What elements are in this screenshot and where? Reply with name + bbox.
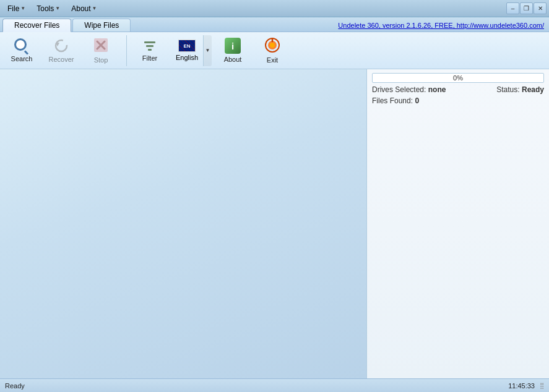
exit-button[interactable]: Exit [253, 35, 292, 67]
drives-label: Drives Selected: none [372, 85, 446, 94]
search-button[interactable]: Search [2, 35, 41, 67]
menu-tools-arrow: ▼ [55, 6, 60, 11]
menu-about-arrow: ▼ [92, 6, 97, 11]
product-link[interactable]: Undelete 360, version 2.1.6.26, FREE, ht… [338, 22, 544, 29]
files-label: Files Found: 0 [372, 96, 419, 105]
menu-tools[interactable]: Tools ▼ [32, 3, 65, 14]
status-panel: 0% Drives Selected: none Status: Ready F… [366, 69, 549, 378]
tab-bar: Recover Files Wipe Files Undelete 360, v… [0, 17, 549, 32]
status-value: Ready [522, 85, 544, 94]
files-status-row: Files Found: 0 [372, 96, 544, 105]
close-button[interactable]: ✕ [534, 2, 547, 14]
english-icon: EN [178, 40, 196, 52]
menu-about[interactable]: About ▼ [66, 3, 102, 14]
tab-wipe-files[interactable]: Wipe Files [72, 19, 131, 32]
title-bar: File ▼ Tools ▼ About ▼ – ❐ ✕ [0, 0, 549, 17]
english-button[interactable]: EN English [171, 35, 203, 66]
filter-icon [143, 39, 157, 53]
status-text: Status: Ready [496, 85, 544, 94]
status-bar-right: 11:45:33 ⣿ [508, 382, 544, 390]
window-controls: – ❐ ✕ [506, 2, 547, 14]
menu-file[interactable]: File ▼ [2, 3, 30, 14]
status-bar: Ready 11:45:33 ⣿ [0, 378, 549, 392]
content-pane [0, 69, 366, 378]
toolbar-group-1: Search Recover Stop [2, 35, 120, 67]
progress-label: 0% [373, 74, 543, 82]
english-dropdown-arrow[interactable]: ▼ [203, 35, 212, 66]
stop-icon [93, 37, 109, 54]
files-value: 0 [415, 96, 419, 105]
status-bar-time: 11:45:33 [508, 382, 535, 390]
tab-recover-files[interactable]: Recover Files [2, 19, 71, 32]
toolbar-group-2: Filter EN English ▼ i About [131, 35, 292, 67]
stop-button[interactable]: Stop [82, 35, 120, 67]
exit-icon [264, 37, 280, 54]
drives-status-row: Drives Selected: none Status: Ready [372, 85, 544, 94]
recover-icon [53, 38, 69, 54]
menu-file-arrow: ▼ [20, 6, 25, 11]
toolbar: Search Recover Stop [0, 32, 549, 69]
restore-button[interactable]: ❐ [520, 2, 533, 14]
drives-value: none [428, 85, 446, 94]
main-content: 0% Drives Selected: none Status: Ready F… [0, 69, 549, 378]
status-bar-text: Ready [5, 382, 25, 390]
search-icon [14, 38, 29, 53]
about-button[interactable]: i About [214, 35, 252, 67]
menu-bar: File ▼ Tools ▼ About ▼ [2, 3, 102, 14]
resize-grip-icon[interactable]: ⣿ [540, 382, 544, 389]
svg-point-7 [270, 43, 275, 48]
progress-bar: 0% [372, 73, 544, 83]
recover-button[interactable]: Recover [42, 35, 80, 67]
about-icon: i [225, 38, 241, 54]
filter-button[interactable]: Filter [131, 35, 169, 67]
toolbar-separator-1 [126, 35, 127, 66]
minimize-button[interactable]: – [506, 2, 519, 14]
english-button-group[interactable]: EN English ▼ [170, 35, 212, 67]
